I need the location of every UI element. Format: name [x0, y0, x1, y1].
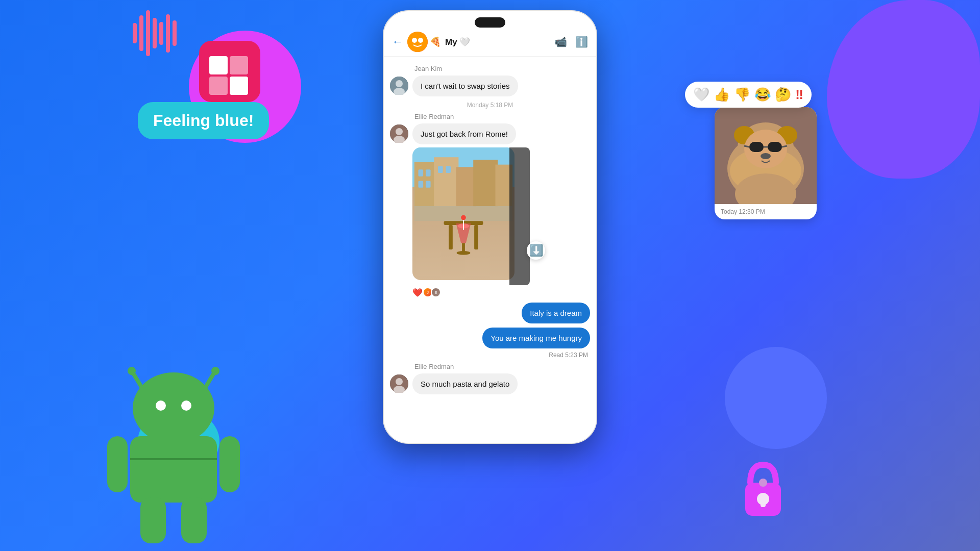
reaction-avatar-2: E — [431, 287, 441, 297]
info-icon[interactable]: ℹ️ — [575, 36, 588, 48]
ellie-avatar — [390, 124, 408, 143]
download-button[interactable]: ⬇️ — [527, 241, 545, 260]
sender-name-ellie: Ellie Redman — [414, 113, 596, 120]
message-row-right1: Italy is a dream — [384, 302, 596, 324]
svg-rect-55 — [474, 225, 478, 249]
sound-wave-decoration — [133, 10, 177, 56]
svg-rect-9 — [219, 436, 240, 492]
svg-point-5 — [156, 400, 166, 411]
dog-timestamp: Today 12:30 PM — [715, 204, 817, 219]
svg-point-4 — [133, 372, 214, 444]
svg-point-33 — [418, 38, 423, 43]
rome-photo — [412, 147, 520, 285]
svg-rect-48 — [419, 181, 424, 187]
svg-point-3 — [211, 367, 219, 375]
svg-rect-49 — [426, 181, 431, 187]
svg-rect-11 — [181, 497, 207, 543]
svg-rect-50 — [438, 166, 443, 173]
ellie-avatar-2 — [390, 374, 408, 393]
svg-point-32 — [412, 38, 417, 43]
svg-point-63 — [396, 378, 403, 385]
reaction-exclaim[interactable]: ‼️ — [795, 87, 803, 103]
svg-rect-42 — [434, 157, 458, 206]
svg-rect-20 — [749, 142, 764, 152]
svg-rect-7 — [130, 436, 217, 503]
pasta-bubble: So much pasta and gelato — [412, 373, 518, 394]
phone-frame: ← 🍕 My 🤍 📹 ℹ️ Jean Kim — [383, 10, 597, 444]
svg-point-30 — [759, 479, 767, 487]
read-status: Read 5:23 PM — [384, 352, 588, 359]
feeling-blue-text: Feeling blue! — [153, 111, 254, 130]
message-row-pasta: So much pasta and gelato — [384, 372, 596, 395]
phone-notch — [475, 17, 505, 28]
bg-decoration-right2 — [725, 347, 827, 449]
android-mascot — [102, 357, 245, 551]
hungry-bubble: You are making me hungry — [482, 328, 590, 348]
italy-dream-bubble: Italy is a dream — [522, 303, 590, 323]
svg-rect-29 — [761, 499, 766, 507]
svg-rect-51 — [446, 166, 451, 173]
svg-rect-10 — [140, 497, 166, 543]
reaction-avatars: J E — [425, 287, 441, 297]
reaction-thumbsdown[interactable]: 👎 — [734, 87, 750, 103]
bg-decoration-right — [827, 0, 980, 179]
svg-point-61 — [461, 215, 466, 220]
dog-widget: Today 12:30 PM — [715, 107, 817, 219]
svg-line-23 — [744, 146, 749, 147]
reaction-laugh[interactable]: 😂 — [754, 87, 771, 103]
header-icons: 📹 ℹ️ — [554, 36, 588, 48]
svg-point-38 — [396, 128, 403, 135]
svg-rect-41 — [414, 162, 436, 207]
pizza-emoji: 🍕 — [430, 36, 441, 47]
svg-line-24 — [782, 146, 787, 147]
dog-photo — [715, 107, 817, 204]
back-button[interactable]: ← — [392, 35, 403, 48]
app-icon — [199, 41, 260, 102]
timestamp-monday: Monday 5:18 PM — [384, 102, 596, 109]
feeling-blue-bubble: Feeling blue! — [138, 102, 269, 139]
message-bubble: I can't wait to swap stories — [412, 76, 518, 96]
lock-decoration — [740, 457, 786, 520]
photo-message: ⬇️ ❤️ J E — [412, 147, 588, 297]
reaction-think[interactable]: 🤔 — [775, 87, 791, 103]
reaction-thumbsup[interactable]: 👍 — [714, 87, 730, 103]
photo-reactions: ❤️ J E — [412, 287, 588, 297]
svg-point-58 — [457, 251, 471, 255]
svg-point-1 — [128, 367, 136, 375]
chat-body[interactable]: Jean Kim I can't wait to swap stories Mo… — [384, 57, 596, 444]
svg-rect-46 — [419, 169, 424, 176]
svg-rect-47 — [426, 169, 431, 176]
sender-name-ellie2: Ellie Redman — [414, 363, 596, 370]
message-row-ellie: Just got back from Rome! — [384, 122, 596, 145]
reaction-bar[interactable]: 🤍 👍 👎 😂 🤔 ‼️ — [685, 82, 812, 108]
svg-point-6 — [181, 400, 191, 411]
header-avatar — [407, 32, 428, 52]
svg-rect-54 — [449, 225, 453, 249]
svg-rect-8 — [107, 436, 128, 492]
message-bubble-rome: Just got back from Rome! — [412, 123, 516, 144]
svg-point-31 — [407, 32, 428, 52]
svg-point-25 — [761, 153, 771, 159]
svg-rect-44 — [473, 160, 498, 206]
svg-rect-43 — [456, 167, 476, 206]
message-row-right2: You are making me hungry — [384, 327, 596, 349]
video-call-icon[interactable]: 📹 — [554, 36, 567, 48]
sender-name-jean: Jean Kim — [414, 65, 596, 72]
svg-rect-21 — [768, 142, 782, 152]
svg-point-35 — [396, 80, 403, 87]
message-row: I can't wait to swap stories — [384, 74, 596, 97]
jean-avatar — [390, 77, 408, 95]
chat-title: My 🤍 — [445, 37, 554, 47]
heart-reaction: ❤️ — [412, 288, 423, 297]
reaction-heart[interactable]: 🤍 — [693, 87, 709, 103]
chat-header: ← 🍕 My 🤍 📹 ℹ️ — [384, 28, 596, 57]
